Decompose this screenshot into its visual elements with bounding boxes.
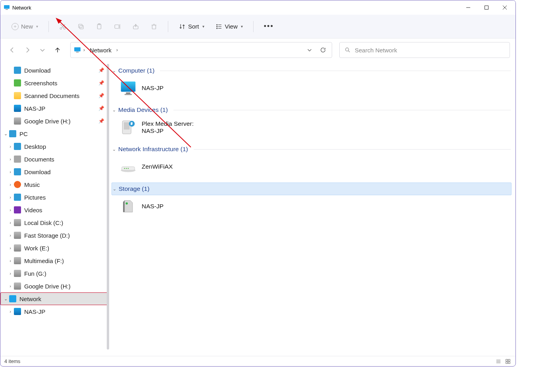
pin-icon: 📌	[98, 80, 105, 86]
svg-rect-11	[79, 24, 82, 28]
chevron-down-icon[interactable]: ⌄	[3, 296, 8, 302]
storage-item[interactable]: NAS-JP	[112, 195, 512, 222]
rename-button[interactable]	[110, 21, 125, 33]
sort-button[interactable]: Sort ▾	[175, 21, 208, 33]
share-button[interactable]	[128, 21, 143, 33]
sidebar-item-label: Download	[24, 67, 51, 74]
breadcrumb-item[interactable]: Network	[87, 45, 114, 55]
sidebar-item[interactable]: ›Fun (G:)	[0, 267, 108, 280]
group-header-label: Computer (1)	[118, 67, 154, 74]
group-header-infra[interactable]: ⌄ Network Infrastructure (1)	[112, 143, 512, 156]
refresh-button[interactable]	[317, 44, 329, 56]
router-icon	[119, 158, 137, 175]
sidebar-item[interactable]: Scanned Documents📌	[0, 89, 108, 102]
more-button[interactable]: •••	[260, 21, 278, 32]
close-button[interactable]	[496, 1, 514, 14]
delete-button[interactable]	[146, 21, 162, 33]
network-icon	[4, 4, 10, 11]
view-icon	[215, 23, 223, 30]
group-header-label: Network Infrastructure (1)	[118, 146, 188, 153]
sidebar-item[interactable]: Google Drive (H:)📌	[0, 115, 108, 127]
chevron-right-icon[interactable]: ›	[8, 258, 13, 263]
sidebar-item[interactable]: ›NAS-JP	[0, 305, 108, 318]
chevron-right-icon[interactable]: ›	[8, 309, 13, 314]
svg-point-21	[216, 24, 217, 25]
chevron-right-icon[interactable]: ›	[8, 271, 13, 276]
sidebar-item-label: Music	[24, 181, 40, 188]
search-input[interactable]	[355, 47, 505, 54]
chevron-right-icon[interactable]: ›	[8, 208, 13, 212]
chevron-right-icon[interactable]: ›	[8, 182, 13, 187]
sidebar-item[interactable]: Screenshots📌	[0, 77, 108, 89]
sidebar-item[interactable]: ›Local Disk (C:)	[0, 216, 108, 229]
sidebar-item-pc[interactable]: ⌄ PC	[0, 127, 108, 140]
sidebar-item[interactable]: ›Documents	[0, 153, 108, 165]
svg-rect-27	[74, 47, 81, 51]
group-header-media[interactable]: ⌄ Media Devices (1)	[112, 104, 512, 116]
router-item[interactable]: ZenWiFiAX	[112, 156, 512, 183]
view-button[interactable]: View ▾	[212, 21, 247, 33]
sidebar-item[interactable]: ›Desktop	[0, 140, 108, 153]
copy-icon	[77, 23, 85, 30]
svg-point-29	[346, 48, 349, 51]
paste-button[interactable]	[92, 21, 107, 33]
up-button[interactable]	[51, 44, 64, 56]
search-box[interactable]	[339, 42, 510, 58]
svg-rect-14	[115, 25, 119, 28]
group-header-label: Storage (1)	[119, 185, 150, 192]
address-bar[interactable]: › Network ›	[70, 42, 332, 58]
chevron-down-icon: ⌄	[113, 186, 116, 192]
chevron-down-icon: ⌄	[112, 68, 116, 73]
svg-rect-35	[124, 122, 130, 129]
grid-icon	[505, 359, 511, 364]
sidebar-item-label: Pictures	[24, 194, 46, 201]
details-view-button[interactable]	[495, 358, 502, 365]
documents-icon	[14, 156, 21, 163]
chevron-down-icon[interactable]: ⌄	[3, 131, 8, 136]
svg-line-30	[348, 51, 350, 52]
chevron-right-icon: ›	[116, 47, 118, 53]
maximize-button[interactable]	[477, 1, 496, 14]
chevron-right-icon[interactable]: ›	[8, 233, 13, 238]
sidebar-item[interactable]: ›Videos	[0, 204, 108, 216]
icons-view-button[interactable]	[504, 358, 512, 365]
cut-button[interactable]	[55, 21, 70, 33]
sidebar-item[interactable]: ›Download	[0, 165, 108, 178]
sidebar-item[interactable]: ›Google Drive (H:)	[0, 280, 108, 292]
sidebar-item-network[interactable]: ⌄ Network	[0, 292, 108, 305]
chevron-right-icon[interactable]: ›	[8, 220, 13, 225]
group-header-computer[interactable]: ⌄ Computer (1)	[112, 65, 512, 77]
copy-button[interactable]	[73, 21, 88, 33]
chevron-right-icon[interactable]: ›	[8, 157, 13, 161]
forward-button[interactable]	[21, 44, 34, 56]
back-button[interactable]	[6, 44, 19, 56]
sidebar-item[interactable]: ›Fast Storage (D:)	[0, 229, 108, 242]
minimize-button[interactable]	[459, 1, 477, 14]
media-device-item[interactable]: Plex Media Server: NAS-JP	[112, 116, 512, 143]
sidebar-item[interactable]: Download📌	[0, 64, 108, 77]
media-device-icon	[119, 119, 137, 136]
chevron-right-icon[interactable]: ›	[8, 284, 13, 288]
recent-button[interactable]	[36, 44, 49, 56]
sidebar-item[interactable]: ›Music	[0, 178, 108, 191]
chevron-right-icon[interactable]: ›	[8, 195, 13, 200]
music-icon	[14, 181, 21, 188]
computer-item[interactable]: NAS-JP	[112, 77, 512, 104]
new-button[interactable]: + New ▾	[8, 21, 42, 33]
chevron-right-icon[interactable]: ›	[8, 169, 13, 174]
svg-point-41	[128, 168, 129, 169]
chevron-down-icon	[307, 47, 312, 53]
sidebar-item[interactable]: ›Pictures	[0, 191, 108, 204]
sidebar-item[interactable]: NAS-JP📌	[0, 102, 108, 115]
sidebar-item-label: PC	[19, 131, 28, 137]
sidebar-item[interactable]: ›Work (E:)	[0, 242, 108, 254]
group-header-storage[interactable]: ⌄ Storage (1)	[112, 183, 512, 195]
sidebar-item-label: Multimedia (F:)	[24, 257, 64, 264]
sidebar-item[interactable]: ›Multimedia (F:)	[0, 254, 108, 267]
chevron-right-icon[interactable]: ›	[8, 144, 13, 149]
scrollbar[interactable]	[107, 64, 109, 350]
svg-rect-31	[121, 82, 136, 92]
chevron-right-icon[interactable]: ›	[8, 246, 13, 250]
svg-rect-28	[76, 52, 79, 53]
history-dropdown-button[interactable]	[304, 44, 315, 56]
